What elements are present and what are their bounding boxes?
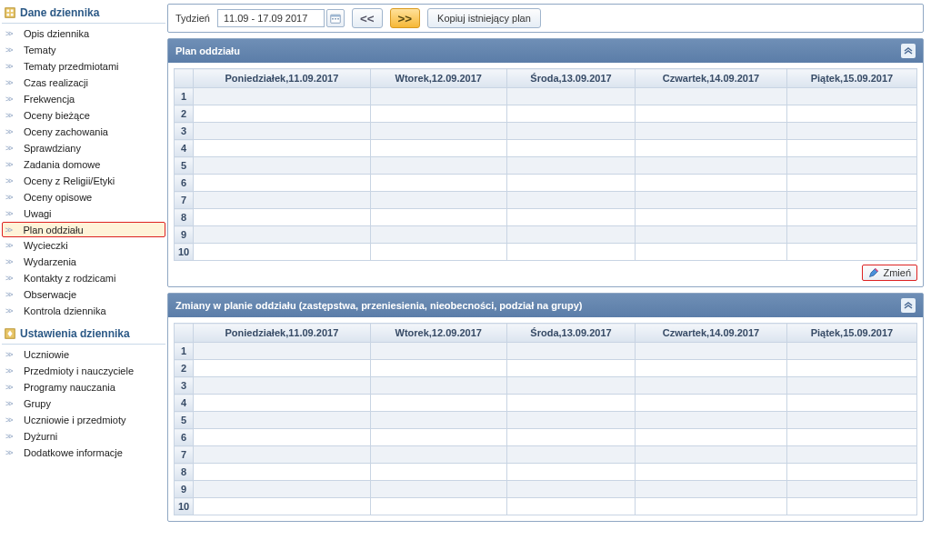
schedule-cell[interactable] xyxy=(786,429,916,446)
schedule-cell[interactable] xyxy=(636,88,787,105)
schedule-cell[interactable] xyxy=(194,395,370,412)
schedule-cell[interactable] xyxy=(636,244,787,261)
schedule-cell[interactable] xyxy=(370,464,506,481)
schedule-cell[interactable] xyxy=(786,395,916,412)
sidebar-item[interactable]: >>Uczniowie i przedmioty xyxy=(2,412,165,428)
schedule-cell[interactable] xyxy=(786,175,916,192)
schedule-cell[interactable] xyxy=(194,140,370,157)
sidebar-item[interactable]: >>Programy nauczania xyxy=(2,379,165,395)
schedule-cell[interactable] xyxy=(636,105,787,123)
schedule-cell[interactable] xyxy=(786,377,916,395)
sidebar-item[interactable]: >>Oceny opisowe xyxy=(2,189,165,205)
sidebar-item[interactable]: >>Sprawdziany xyxy=(2,140,165,156)
schedule-cell[interactable] xyxy=(636,123,787,140)
schedule-cell[interactable] xyxy=(194,412,370,429)
schedule-cell[interactable] xyxy=(506,343,635,360)
schedule-cell[interactable] xyxy=(506,446,635,464)
schedule-cell[interactable] xyxy=(636,377,787,395)
schedule-cell[interactable] xyxy=(370,157,506,175)
schedule-cell[interactable] xyxy=(786,446,916,464)
schedule-cell[interactable] xyxy=(636,498,787,515)
schedule-cell[interactable] xyxy=(194,343,370,360)
schedule-cell[interactable] xyxy=(194,157,370,175)
schedule-cell[interactable] xyxy=(636,343,787,360)
sidebar-item[interactable]: >>Oceny z Religii/Etyki xyxy=(2,173,165,189)
sidebar-item[interactable]: >>Tematy przedmiotami xyxy=(2,58,165,75)
schedule-cell[interactable] xyxy=(636,157,787,175)
schedule-cell[interactable] xyxy=(786,140,916,157)
sidebar-item[interactable]: >>Oceny bieżące xyxy=(2,107,165,124)
schedule-cell[interactable] xyxy=(636,192,787,209)
schedule-cell[interactable] xyxy=(786,105,916,123)
schedule-cell[interactable] xyxy=(506,140,635,157)
schedule-cell[interactable] xyxy=(786,244,916,261)
calendar-button[interactable] xyxy=(326,9,345,27)
schedule-cell[interactable] xyxy=(636,464,787,481)
schedule-cell[interactable] xyxy=(370,105,506,123)
schedule-cell[interactable] xyxy=(636,226,787,244)
schedule-cell[interactable] xyxy=(786,481,916,498)
schedule-cell[interactable] xyxy=(786,157,916,175)
schedule-cell[interactable] xyxy=(506,157,635,175)
schedule-cell[interactable] xyxy=(786,209,916,226)
schedule-cell[interactable] xyxy=(370,412,506,429)
schedule-cell[interactable] xyxy=(506,429,635,446)
schedule-cell[interactable] xyxy=(194,464,370,481)
schedule-cell[interactable] xyxy=(194,209,370,226)
schedule-cell[interactable] xyxy=(636,360,787,377)
schedule-cell[interactable] xyxy=(370,88,506,105)
sidebar-item[interactable]: >>Frekwencja xyxy=(2,91,165,107)
prev-week-button[interactable]: << xyxy=(352,8,383,28)
sidebar-item[interactable]: >>Czas realizacji xyxy=(2,75,165,91)
schedule-cell[interactable] xyxy=(636,209,787,226)
sidebar-item[interactable]: >>Wycieczki xyxy=(2,237,165,254)
schedule-cell[interactable] xyxy=(370,498,506,515)
sidebar-item[interactable]: >>Obserwacje xyxy=(2,286,165,303)
sidebar-item[interactable]: >>Oceny zachowania xyxy=(2,124,165,140)
collapse-button[interactable] xyxy=(901,298,916,313)
schedule-cell[interactable] xyxy=(506,105,635,123)
schedule-cell[interactable] xyxy=(370,429,506,446)
schedule-cell[interactable] xyxy=(506,244,635,261)
schedule-cell[interactable] xyxy=(506,192,635,209)
schedule-cell[interactable] xyxy=(636,175,787,192)
schedule-cell[interactable] xyxy=(370,244,506,261)
schedule-cell[interactable] xyxy=(506,123,635,140)
sidebar-item[interactable]: >>Grupy xyxy=(2,395,165,412)
week-input[interactable] xyxy=(217,9,325,27)
schedule-cell[interactable] xyxy=(194,481,370,498)
schedule-cell[interactable] xyxy=(636,429,787,446)
schedule-cell[interactable] xyxy=(506,412,635,429)
schedule-cell[interactable] xyxy=(370,360,506,377)
schedule-cell[interactable] xyxy=(786,192,916,209)
schedule-cell[interactable] xyxy=(636,412,787,429)
schedule-cell[interactable] xyxy=(194,360,370,377)
schedule-cell[interactable] xyxy=(506,464,635,481)
schedule-cell[interactable] xyxy=(370,343,506,360)
schedule-cell[interactable] xyxy=(370,446,506,464)
schedule-cell[interactable] xyxy=(636,446,787,464)
schedule-cell[interactable] xyxy=(786,88,916,105)
sidebar-item[interactable]: >>Zadania domowe xyxy=(2,156,165,173)
schedule-cell[interactable] xyxy=(370,395,506,412)
schedule-cell[interactable] xyxy=(194,226,370,244)
schedule-cell[interactable] xyxy=(370,226,506,244)
schedule-cell[interactable] xyxy=(786,412,916,429)
schedule-cell[interactable] xyxy=(194,429,370,446)
schedule-cell[interactable] xyxy=(194,123,370,140)
schedule-cell[interactable] xyxy=(506,498,635,515)
sidebar-item[interactable]: >>Dyżurni xyxy=(2,428,165,445)
schedule-cell[interactable] xyxy=(636,481,787,498)
schedule-cell[interactable] xyxy=(786,360,916,377)
schedule-cell[interactable] xyxy=(786,464,916,481)
schedule-cell[interactable] xyxy=(786,123,916,140)
sidebar-item[interactable]: >>Kontakty z rodzicami xyxy=(2,270,165,286)
schedule-cell[interactable] xyxy=(506,481,635,498)
schedule-cell[interactable] xyxy=(506,377,635,395)
schedule-cell[interactable] xyxy=(506,226,635,244)
schedule-cell[interactable] xyxy=(194,446,370,464)
sidebar-item[interactable]: >>Uwagi xyxy=(2,205,165,222)
schedule-cell[interactable] xyxy=(370,175,506,192)
schedule-cell[interactable] xyxy=(370,209,506,226)
schedule-cell[interactable] xyxy=(194,88,370,105)
